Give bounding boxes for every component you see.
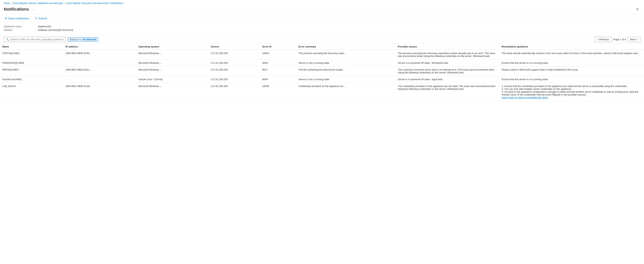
cell-error_summary: Server is not a running state. [296,60,396,66]
export-label: Export notifications [8,17,29,20]
filter-left: 🔍 Source == All Selected [4,37,98,42]
breadcrumb-sep-2: › [64,2,65,4]
cell-source: 172.31.255.255 [208,50,260,60]
cell-remediation: Ensure that the server is in a running s… [500,60,644,66]
cell-error_id: 10005 [260,83,296,101]
search-icon: 🔍 [6,38,9,41]
cell-os: Oracle Linux 7 (64-bit) [136,76,208,83]
feature-label: Feature [4,28,38,32]
cell-os: Microsoft Windows ... [136,50,208,60]
source-filter-prefix: Source == [70,38,81,41]
cell-ip: 2404:f801:4800:20:a0... [63,83,136,101]
breadcrumb-servers[interactable]: Azure Migrate | Servers, databases and w… [13,2,63,4]
cell-error_id: 10003 [260,50,296,60]
cell-ip: 2404:f801:4800:20:bc... [63,66,136,76]
table-header-row: Name IP address Operating system Source … [0,44,644,50]
page-header: Notifications ··· ✕ [0,6,644,14]
refresh-icon: ↻ [35,17,38,20]
table-row: ERPSQLVM022404:f801:4800:20:bc...Microso… [0,66,644,76]
cell-source: 172.31.255.255 [208,76,260,83]
cell-source: 172.31.255.255 [208,83,260,101]
cell-remediation: 1. Ensure that the credentials provided … [500,83,644,101]
meta-section: Appliance name Appliance01 Feature Softw… [0,23,644,35]
cell-causes: The process executing the discovery oper… [396,50,500,60]
cell-error_summary: Server is not a running state. [296,76,396,83]
breadcrumb-home[interactable]: Home [4,2,10,4]
cell-error_summary: The process executing the discovery oper… [296,50,396,60]
cell-error_id: 9004 [260,76,296,83]
pagination-info: Page 1 of 4 [614,38,626,41]
col-header-name: Name [0,44,63,50]
cell-os: Microsoft Windows ... [136,83,208,101]
appliance-name-label: Appliance name [4,25,38,28]
download-icon: ⬇ [5,17,7,20]
breadcrumb-sep-3: › [124,2,125,4]
cell-remediation: Ensure that the server is in a running s… [500,76,644,83]
cell-ip: - [63,60,136,66]
page-title: Notifications [4,7,29,12]
breadcrumb-discovery[interactable]: Azure Migrate: Discovery and assessment … [66,2,123,4]
cell-name: OracleLinuxVM01 [0,76,63,83]
filter-bar: 🔍 Source == All Selected < Previous Page… [0,35,644,44]
table-container: Name IP address Operating system Source … [0,44,644,101]
table-row: TESTSQLVM012404:f801:4800:20:94...Micros… [0,50,644,60]
cell-name: ERPSQLVM02 [0,66,63,76]
col-header-error-summary: Error summary [296,44,396,50]
col-header-source: Source [208,44,260,50]
cell-error_id: 9017 [260,66,296,76]
cell-name: FINANCESQLVM06 [0,60,63,66]
table-row: LAB_WSUS2404:f801:4800:20:a0...Microsoft… [0,83,644,101]
refresh-label: Refresh [38,17,47,20]
breadcrumb-sep-1: › [11,2,12,4]
export-notifications-button[interactable]: ⬇ Export notifications [4,16,30,20]
cell-ip: - [63,76,136,83]
notifications-table: Name IP address Operating system Source … [0,44,644,101]
cell-source: 172.31.255.255 [208,60,260,66]
col-header-os: Operating system [136,44,208,50]
cell-source: 172.31.255.255 [208,66,260,76]
pagination: < Previous Page 1 of 4 Next > [594,37,640,42]
close-button[interactable]: ✕ [634,6,640,12]
breadcrumb: Home › Azure Migrate | Servers, database… [0,0,644,6]
table-row: FINANCESQLVM06-Microsoft Windows ...172.… [0,60,644,66]
cell-error_summary: Credentials provided on the appliance fo… [296,83,396,101]
cell-ip: 2404:f801:4800:20:94... [63,50,136,60]
cell-error_id: 9004 [260,60,296,66]
search-input[interactable] [10,38,63,41]
cell-causes: The credentials provided on the applianc… [396,83,500,101]
appliance-name-value: Appliance01 [38,25,52,28]
col-header-remediation: Remediation guidance [500,44,644,50]
toolbar: ⬇ Export notifications ↻ Refresh [0,14,644,22]
cell-causes: Server is in powered off state.: AppCred… [396,76,500,83]
cell-remediation: The issue should automatically resolve i… [500,50,644,60]
refresh-button[interactable]: ↻ Refresh [34,16,48,20]
cell-causes: This could be a transient issue due to a… [396,66,500,76]
cell-name: LAB_WSUS [0,83,63,101]
source-filter-tag[interactable]: Source == All Selected [68,37,98,42]
cell-causes: Server is in powered off state.: Windows… [396,60,500,66]
col-header-ip: IP address [63,44,136,50]
learn-more-link[interactable]: Learn more on how to remediate the issue… [502,96,548,99]
cell-os: Microsoft Windows ... [136,60,208,66]
col-header-causes: Possible causes [396,44,500,50]
table-row: OracleLinuxVM01-Oracle Linux 7 (64-bit)1… [0,76,644,83]
more-options-icon[interactable]: ··· [31,8,35,11]
previous-button[interactable]: < Previous [594,37,612,42]
cell-error_summary: The file containing the discovered metad… [296,66,396,76]
cell-remediation: Please submit a Microsoft support case t… [500,66,644,76]
next-button[interactable]: Next > [627,37,640,42]
col-header-error-id: Error ID [260,44,296,50]
feature-value: Software inventory(65 Server(s)) [38,28,73,32]
search-box[interactable]: 🔍 [4,37,66,42]
source-filter-value: All Selected [82,38,96,41]
cell-os: Microsoft Windows ... [136,66,208,76]
cell-name: TESTSQLVM01 [0,50,63,60]
